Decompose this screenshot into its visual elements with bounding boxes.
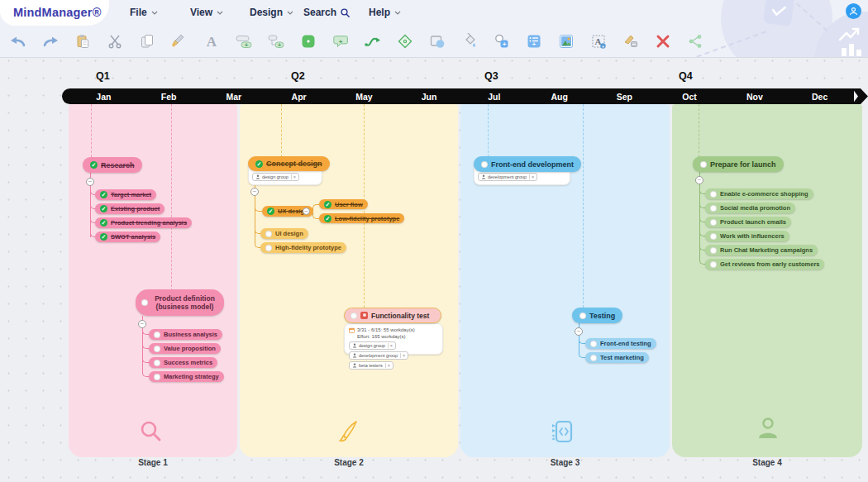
topic-label: Get reviews from early customers (720, 260, 819, 268)
topic-testing[interactable]: Testing (572, 308, 622, 323)
collapse-toggle[interactable]: − (86, 178, 94, 186)
redo-button[interactable] (37, 29, 64, 54)
topic-low-fidelity-prototype[interactable]: ✓Low-fidelity prototype (319, 213, 404, 223)
add-relationship-button[interactable] (360, 29, 386, 54)
person-icon (255, 174, 260, 179)
cut-button[interactable] (102, 29, 128, 54)
undo-icon (9, 33, 27, 50)
copy-button[interactable] (134, 29, 160, 54)
topic-label: Product trending analysis (111, 219, 187, 227)
add-callout-button[interactable]: + (327, 29, 354, 54)
tag-close-icon[interactable]: × (385, 363, 390, 368)
topic-work-with-influencers[interactable]: Work with influencers (705, 231, 789, 241)
topic-concept-design[interactable]: ✓ Concept design (248, 156, 330, 171)
topic-prepare-for-launch[interactable]: Prepare for launch (693, 156, 784, 172)
topic-success-metrics[interactable]: Success metrics (149, 357, 217, 368)
topic-label: Existing product (111, 205, 160, 212)
timeline-drop-line (281, 104, 282, 157)
insert-text-box-button[interactable]: A+ (585, 29, 612, 54)
add-topic-button[interactable]: + (231, 29, 257, 54)
account-avatar[interactable] (846, 3, 861, 19)
topic-label: Research (101, 161, 135, 169)
topic-high-fidelity-prototype[interactable]: High-fidelity prototype (260, 242, 346, 253)
topic-enable-ecommerce[interactable]: Enable e-commerce shopping (705, 189, 813, 199)
delete-button[interactable] (650, 29, 676, 54)
paste-button[interactable] (69, 29, 96, 54)
chevron-down-icon (151, 11, 158, 15)
menu-design[interactable]: Design (250, 7, 293, 18)
topic-ui-design[interactable]: UI design (260, 228, 308, 239)
topic-label: Work with influencers (720, 232, 785, 240)
collapse-toggle[interactable]: − (303, 208, 310, 215)
collapse-toggle[interactable]: − (250, 188, 259, 196)
topic-user-flow[interactable]: ✓User flow (319, 199, 368, 209)
menu-help[interactable]: Help (369, 7, 401, 18)
topic-target-market[interactable]: ✓Target market (95, 189, 156, 200)
topic-run-chat-marketing[interactable]: Run Chat Marketing campaigns (705, 245, 818, 255)
topic-existing-product[interactable]: ✓Existing product (95, 203, 165, 214)
branch-elbow (255, 207, 262, 212)
menu-file[interactable]: File (130, 7, 158, 18)
resource-tag[interactable]: design group× (349, 341, 396, 350)
add-boundary-button[interactable] (424, 29, 451, 54)
share-icon (687, 33, 703, 50)
tag-close-icon[interactable]: × (291, 174, 296, 179)
topic-functionality-test[interactable]: Functionality test (344, 308, 441, 323)
insert-chart-icon: + (526, 33, 542, 50)
tag-close-icon[interactable]: × (388, 343, 393, 348)
done-check-icon: ✓ (324, 201, 331, 208)
topic-social-media-promotion[interactable]: Social media promotion (705, 203, 795, 213)
insert-image-button[interactable] (553, 29, 579, 54)
add-tag-button[interactable] (392, 29, 418, 54)
resource-tag[interactable]: design group × (252, 173, 299, 181)
topic-label: SWOT analysis (111, 233, 155, 241)
person-icon (481, 174, 486, 179)
month-label: Jan (71, 88, 136, 104)
quarter-label-q3: Q3 (484, 70, 498, 82)
topic-test-marketing[interactable]: Test marketing (585, 352, 649, 363)
topic-marketing-strategy[interactable]: Marketing strategy (149, 371, 224, 382)
topic-frontend-testing[interactable]: Front-end testing (585, 338, 656, 349)
font-format-button[interactable]: A (198, 29, 225, 54)
topic-product-definition[interactable]: Product definition (business model) (136, 289, 224, 316)
branch-elbow (312, 213, 319, 219)
topic-frontend-development[interactable]: Front-end development (474, 156, 581, 172)
resource-tag[interactable]: beta testers× (349, 361, 393, 370)
chevron-down-icon (287, 11, 293, 15)
clear-formatting-button[interactable] (618, 29, 644, 54)
tag-close-icon[interactable]: × (529, 174, 534, 179)
search-icon (341, 8, 350, 17)
add-subtopic-button[interactable]: + (263, 29, 289, 54)
collapse-toggle[interactable]: − (575, 327, 583, 336)
collapse-toggle[interactable]: − (138, 320, 146, 328)
new-main-topic-button[interactable] (295, 29, 322, 54)
topic-business-analysis[interactable]: Business analysis (149, 329, 222, 340)
share-button[interactable] (682, 29, 708, 54)
delete-icon (655, 33, 671, 50)
topic-product-launch-emails[interactable]: Product launch emails (705, 217, 791, 227)
menu-search-label: Search (303, 7, 336, 18)
resource-tag[interactable]: development group× (349, 351, 408, 360)
undo-button[interactable] (5, 29, 31, 54)
topic-value-proposition[interactable]: Value proposition (149, 343, 221, 354)
collapse-toggle[interactable]: − (695, 176, 703, 184)
menu-search[interactable]: Search (303, 7, 350, 18)
topic-label: Testing (589, 312, 615, 320)
menu-view[interactable]: View (190, 7, 223, 18)
resource-tag[interactable]: development group × (478, 173, 537, 181)
tag-label: beta testers (359, 363, 383, 368)
insert-chart-button[interactable]: + (521, 29, 547, 54)
topic-swot-analysis[interactable]: ✓SWOT analysis (95, 231, 160, 242)
fill-color-button[interactable] (456, 29, 483, 54)
tag-close-icon[interactable]: × (400, 353, 405, 358)
add-shape-button[interactable]: + (489, 29, 515, 54)
topic-product-trending-analysis[interactable]: ✓Product trending analysis (95, 217, 192, 228)
topic-research[interactable]: ✓ Research (83, 157, 142, 173)
timeline-drop-line (488, 104, 489, 157)
topic-label: Social media promotion (720, 204, 790, 212)
format-painter-button[interactable] (166, 29, 193, 54)
month-label: Sep (592, 88, 657, 104)
topic-get-reviews[interactable]: Get reviews from early customers (705, 259, 824, 270)
progress-circle-icon (579, 313, 586, 319)
format-painter-icon (171, 33, 188, 50)
